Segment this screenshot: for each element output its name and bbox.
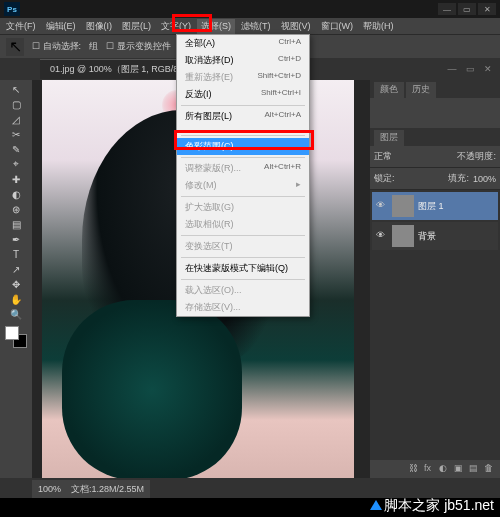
layer-row[interactable]: 👁 背景 [372, 222, 498, 250]
healing-tool[interactable]: ⌖ [9, 157, 23, 171]
menu-edit[interactable]: 编辑(E) [42, 19, 80, 34]
menu-item[interactable] [177, 129, 309, 133]
lock-label: 锁定: [374, 172, 395, 185]
visibility-icon[interactable]: 👁 [376, 200, 388, 212]
layer-name[interactable]: 图层 1 [418, 200, 444, 213]
mask-icon[interactable]: ◐ [439, 463, 451, 475]
menu-item: 修改(M)▸ [177, 177, 309, 194]
close-button[interactable]: ✕ [478, 3, 496, 15]
photoshop-window: Ps — ▭ ✕ 文件(F) 编辑(E) 图像(I) 图层(L) 文字(Y) 选… [0, 0, 500, 498]
menu-item: 存储选区(V)... [177, 299, 309, 316]
menu-item: 重新选择(E)Shift+Ctrl+D [177, 69, 309, 86]
menu-item: 载入选区(O)... [177, 282, 309, 299]
doc-close-icon[interactable]: ✕ [480, 62, 496, 76]
minimize-button[interactable]: — [438, 3, 456, 15]
menu-help[interactable]: 帮助(H) [359, 19, 398, 34]
menu-item[interactable]: 所有图层(L)Alt+Ctrl+A [177, 108, 309, 125]
tab-color[interactable]: 颜色 [374, 82, 404, 98]
menu-item: 扩大选取(G) [177, 199, 309, 216]
watermark-icon [370, 500, 382, 510]
layers-footer: ⛓ fx ◐ ▣ ▤ 🗑 [370, 460, 500, 478]
layers-list: 👁 图层 1 👁 背景 [370, 190, 500, 460]
window-controls: — ▭ ✕ [438, 3, 496, 15]
menubar: 文件(F) 编辑(E) 图像(I) 图层(L) 文字(Y) 选择(S) 滤镜(T… [0, 18, 500, 34]
color-swatch[interactable] [5, 326, 27, 348]
auto-select-checkbox[interactable]: ☐ 自动选择: [32, 40, 81, 53]
menu-item: 变换选区(T) [177, 238, 309, 255]
link-icon[interactable]: ⛓ [409, 463, 421, 475]
move-tool[interactable]: ↖ [9, 82, 23, 96]
move-tool-icon: ↖ [6, 38, 24, 56]
document-tab[interactable]: 01.jpg @ 100%（图层 1, RGB/8） [40, 59, 197, 79]
maximize-button[interactable]: ▭ [458, 3, 476, 15]
foreground-color[interactable] [5, 326, 19, 340]
toolbox: ↖ ▢ ◿ ✂ ✎ ⌖ ✚ ◐ ⊛ ▤ ✒ T ↗ ✥ ✋ 🔍 [0, 80, 32, 478]
layer-thumbnail[interactable] [392, 225, 414, 247]
show-transform-checkbox[interactable]: ☐ 显示变换控件 [106, 40, 171, 53]
layer-name[interactable]: 背景 [418, 230, 436, 243]
app-logo: Ps [4, 2, 20, 16]
new-layer-icon[interactable]: ▤ [469, 463, 481, 475]
menu-item[interactable]: 取消选择(D)Ctrl+D [177, 52, 309, 69]
menu-select[interactable]: 选择(S) [197, 19, 235, 34]
menu-item[interactable]: 反选(I)Shift+Ctrl+I [177, 86, 309, 103]
hand-tool[interactable]: ✋ [9, 292, 23, 306]
menu-item[interactable]: 在快速蒙版模式下编辑(Q) [177, 260, 309, 277]
zoom-tool[interactable]: 🔍 [9, 307, 23, 321]
menu-layer[interactable]: 图层(L) [118, 19, 155, 34]
menu-view[interactable]: 视图(V) [277, 19, 315, 34]
fill-value[interactable]: 100% [473, 174, 496, 184]
lasso-tool[interactable]: ◿ [9, 112, 23, 126]
pen-tool[interactable]: ✒ [9, 232, 23, 246]
path-tool[interactable]: ↗ [9, 262, 23, 276]
doc-restore-icon[interactable]: ▭ [462, 62, 478, 76]
opacity-label: 不透明度: [457, 150, 496, 163]
menu-window[interactable]: 窗口(W) [317, 19, 358, 34]
blend-mode-select[interactable]: 正常 [374, 150, 392, 163]
tab-layers[interactable]: 图层 [374, 130, 404, 146]
eraser-tool[interactable]: ⊛ [9, 202, 23, 216]
watermark: 脚本之家 jb51.net [370, 497, 494, 515]
auto-select-target[interactable]: 组 [89, 40, 98, 53]
menu-item: 调整蒙版(R)...Alt+Ctrl+R [177, 160, 309, 177]
panel-tabs-layers: 图层 [370, 128, 500, 146]
eyedropper-tool[interactable]: ✎ [9, 142, 23, 156]
panel-tabs-top: 颜色 历史 [370, 80, 500, 98]
fx-icon[interactable]: fx [424, 463, 436, 475]
visibility-icon[interactable]: 👁 [376, 230, 388, 242]
image-content [62, 300, 242, 478]
menu-filter[interactable]: 滤镜(T) [237, 19, 275, 34]
new-folder-icon[interactable]: ▣ [454, 463, 466, 475]
marquee-tool[interactable]: ▢ [9, 97, 23, 111]
menu-image[interactable]: 图像(I) [82, 19, 117, 34]
statusbar: 100% 文档:1.28M/2.55M [32, 480, 150, 498]
tab-history[interactable]: 历史 [406, 82, 436, 98]
layer-row[interactable]: 👁 图层 1 [372, 192, 498, 220]
layer-thumbnail[interactable] [392, 195, 414, 217]
gradient-tool[interactable]: ▤ [9, 217, 23, 231]
titlebar: Ps — ▭ ✕ [0, 0, 500, 18]
menu-item: 选取相似(R) [177, 216, 309, 233]
delete-icon[interactable]: 🗑 [484, 463, 496, 475]
shape-tool[interactable]: ✥ [9, 277, 23, 291]
stamp-tool[interactable]: ◐ [9, 187, 23, 201]
fill-label: 填充: [448, 172, 469, 185]
zoom-level[interactable]: 100% [38, 484, 61, 494]
crop-tool[interactable]: ✂ [9, 127, 23, 141]
menu-file[interactable]: 文件(F) [2, 19, 40, 34]
menu-item[interactable]: 全部(A)Ctrl+A [177, 35, 309, 52]
type-tool[interactable]: T [9, 247, 23, 261]
panels: 颜色 历史 图层 正常 不透明度: 锁定: 填充: 100% 👁 图层 1 [370, 80, 500, 478]
menu-item[interactable]: 色彩范围(C)... [177, 138, 309, 155]
menu-type[interactable]: 文字(Y) [157, 19, 195, 34]
select-menu-dropdown: 全部(A)Ctrl+A取消选择(D)Ctrl+D重新选择(E)Shift+Ctr… [176, 34, 310, 317]
doc-size: 文档:1.28M/2.55M [71, 483, 144, 496]
doc-minimize-icon[interactable]: — [444, 62, 460, 76]
brush-tool[interactable]: ✚ [9, 172, 23, 186]
